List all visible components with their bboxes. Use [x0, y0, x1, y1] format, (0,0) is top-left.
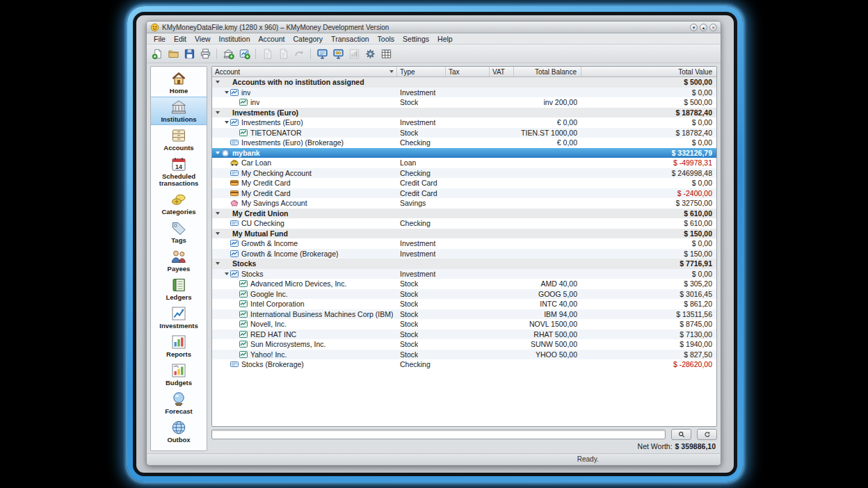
table-row[interactable]: Advanced Micro Devices, Inc.StockAMD 40,… [212, 279, 716, 289]
minimize-button[interactable]: ▾ [690, 24, 698, 31]
table-row[interactable]: Growth & IncomeInvestment$ 0,00 [212, 238, 716, 249]
transaction-form-button[interactable] [378, 47, 394, 61]
type-cell: Investment [397, 117, 446, 128]
sidebar-item-ledgers[interactable]: Ledgers [151, 275, 207, 303]
expander-icon[interactable] [214, 109, 221, 116]
table-row[interactable]: Investments (Euro)$ 18782,40 [212, 108, 716, 118]
menu-view[interactable]: View [191, 35, 215, 43]
menu-account[interactable]: Account [255, 35, 289, 43]
save-button[interactable] [182, 47, 197, 61]
table-row[interactable]: TIETOENATORStockTIEN.ST 1000,00$ 18782,4… [212, 128, 716, 138]
stock-icon [239, 320, 248, 328]
table-row[interactable]: Accounts with no institution assigned$ 5… [212, 77, 716, 88]
column-header-vat[interactable]: VAT [490, 67, 514, 76]
filter-reset-button[interactable] [697, 429, 717, 440]
menu-institution[interactable]: Institution [215, 35, 255, 43]
main-panel: AccountTypeTaxVATTotal BalanceTotal Valu… [211, 66, 717, 451]
table-row[interactable]: My Savings AccountSavings$ 32750,00 [212, 198, 716, 209]
column-header-total-balance[interactable]: Total Balance [514, 67, 581, 76]
sidebar-item-accounts[interactable]: Accounts [151, 125, 207, 154]
table-row[interactable]: My Credit Union$ 610,00 [212, 209, 716, 219]
table-row[interactable]: invInvestment$ 0,00 [212, 88, 716, 98]
value-cell: $ 0,00 [581, 178, 716, 188]
filter-search-button[interactable] [671, 429, 691, 440]
sidebar-item-outbox[interactable]: Outbox [151, 417, 207, 446]
table-row[interactable]: Stocks (Brokerage)Checking$ -28620,00 [212, 359, 716, 370]
menu-file[interactable]: File [150, 35, 170, 43]
expander-icon[interactable] [214, 79, 221, 86]
account-cell: Intel Corporation [212, 299, 397, 309]
menu-category[interactable]: Category [289, 35, 328, 43]
menu-transaction[interactable]: Transaction [327, 35, 373, 43]
table-row[interactable]: StocksInvestment$ 0,00 [212, 269, 716, 279]
account-cell: Advanced Micro Devices, Inc. [212, 279, 397, 289]
payees-view-button[interactable] [330, 47, 346, 61]
balance-cell [514, 188, 581, 199]
new-file-button[interactable] [150, 47, 165, 61]
table-row[interactable]: Investments (Euro)Investment€ 0,00$ 0,00 [212, 117, 716, 128]
table-row[interactable]: My Checking AccountChecking$ 246998,48 [212, 168, 716, 179]
table-row[interactable]: Novell, Inc.StockNOVL 1500,00$ 8745,00 [212, 319, 716, 330]
sidebar-item-investments[interactable]: Investments [151, 303, 207, 332]
ledgers-view-button[interactable] [314, 47, 330, 61]
close-button[interactable]: × [709, 24, 717, 31]
expander-icon[interactable] [223, 119, 230, 126]
menu-settings[interactable]: Settings [399, 35, 433, 43]
sidebar-item-tags[interactable]: Tags [151, 218, 207, 246]
table-row[interactable]: Google Inc.StockGOOG 5,00$ 3016,45 [212, 289, 716, 300]
table-row[interactable]: My Mutual Fund$ 150,00 [212, 229, 716, 239]
sidebar-item-scheduled-transactions[interactable]: 14Scheduled transactions [151, 154, 207, 189]
table-row[interactable]: International Business Machines Corp (IB… [212, 309, 716, 320]
expander-icon[interactable] [214, 260, 221, 267]
table-row[interactable]: CU CheckingChecking$ 610,00 [212, 218, 716, 229]
table-row[interactable]: Yahoo! Inc.StockYHOO 50,00$ 827,50 [212, 350, 716, 360]
sidebar-item-categories[interactable]: Categories [151, 189, 207, 218]
open-file-button[interactable] [166, 47, 181, 61]
value-cell: $ 7130,00 [581, 330, 716, 340]
table-row[interactable]: Intel CorporationStockINTC 40,00$ 861,20 [212, 299, 716, 309]
table-row[interactable]: My Credit CardCredit Card$ -2400,00 [212, 188, 716, 199]
column-header-type[interactable]: Type [397, 67, 446, 76]
expander-icon[interactable] [223, 89, 230, 96]
column-header-account[interactable]: Account [212, 67, 397, 76]
balance-cell [514, 229, 581, 239]
toolbar-separator [310, 49, 311, 59]
column-header-total-value[interactable]: Total Value [581, 67, 716, 76]
table-row[interactable]: Car LoanLoan$ -49978,31 [212, 158, 716, 168]
table-row[interactable]: Growth & Income (Brokerage)Investment$ 1… [212, 249, 716, 259]
column-header-tax[interactable]: Tax [446, 67, 490, 76]
expander-icon[interactable] [214, 230, 221, 237]
titlebar[interactable]: KMyMoneyDataFile.kmy (1280 x 960) – KMyM… [147, 22, 721, 33]
sidebar-item-home[interactable]: Home [151, 68, 207, 97]
table-row[interactable]: My Credit CardCredit Card$ 0,00 [212, 178, 716, 188]
print-button[interactable] [198, 47, 213, 61]
net-worth-label: Net Worth: [638, 442, 673, 450]
filter-input[interactable] [211, 430, 666, 439]
maximize-button[interactable]: ▴ [700, 24, 707, 31]
new-institution-button[interactable] [220, 47, 236, 61]
sidebar-item-budgets[interactable]: Budgets [151, 360, 207, 389]
table-row[interactable]: RED HAT INCStockRHAT 500,00$ 7130,00 [212, 330, 716, 340]
expander-icon[interactable] [214, 149, 221, 156]
table-row[interactable]: Stocks$ 7716,91 [212, 259, 716, 269]
sidebar-item-payees[interactable]: Payees [151, 246, 207, 275]
value-cell: $ 18782,40 [581, 108, 716, 118]
account-name: Growth & Income [241, 239, 298, 247]
sidebar-item-reports[interactable]: Reports [151, 332, 207, 360]
vat-cell [490, 350, 514, 360]
table-row[interactable]: Sun Microsystems, Inc.StockSUNW 500,00$ … [212, 339, 716, 350]
consistency-check-button[interactable] [362, 47, 378, 61]
menu-help[interactable]: Help [433, 35, 457, 43]
table-row[interactable]: mybank$ 332126,79 [212, 148, 716, 158]
sidebar-item-institutions[interactable]: Institutions [151, 97, 207, 125]
expander-icon[interactable] [214, 210, 221, 217]
sidebar-item-forecast[interactable]: Forecast [151, 389, 207, 417]
menu-edit[interactable]: Edit [170, 35, 191, 43]
expander-icon[interactable] [223, 270, 230, 277]
table-row[interactable]: invStockinv 200,00$ 500,00 [212, 97, 716, 108]
vat-cell [490, 299, 514, 309]
table-row[interactable]: Investments (Euro) (Brokerage)Checking€ … [212, 138, 716, 148]
column-header-label: Total Value [678, 68, 712, 76]
new-account-button[interactable] [236, 47, 252, 61]
menu-tools[interactable]: Tools [373, 35, 399, 43]
